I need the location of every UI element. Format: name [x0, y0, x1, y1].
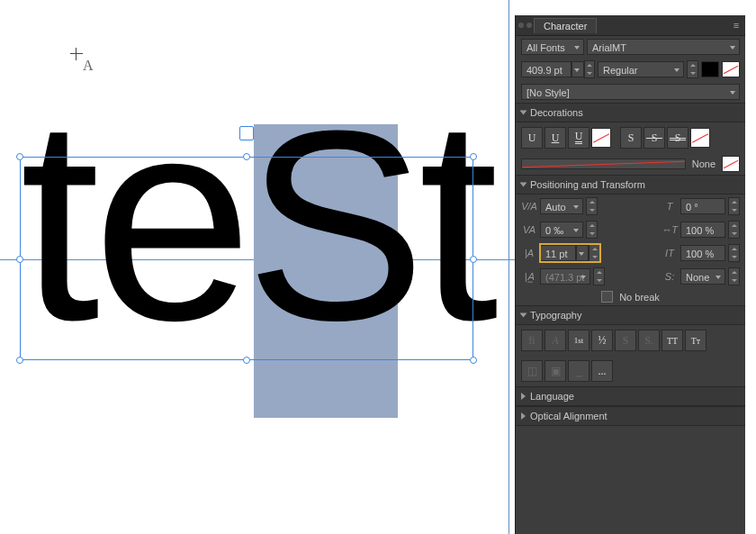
strike-color-swatch[interactable] — [690, 128, 710, 148]
optical-label: Optical Alignment — [530, 411, 608, 421]
baseline-dropdown[interactable]: None — [680, 268, 725, 285]
smallcaps-button[interactable]: Tт — [685, 330, 706, 351]
font-family-dropdown[interactable]: ArialMT — [587, 39, 740, 55]
subscript-button[interactable]: S. — [638, 330, 660, 351]
underline-color-swatch[interactable] — [591, 128, 611, 148]
character-panel: Character ≡ All Fonts ArialMT 409.9 pt R… — [515, 15, 745, 534]
font-filter-dropdown[interactable]: All Fonts — [521, 39, 584, 55]
typo-extra-2[interactable]: ▣ — [544, 360, 566, 382]
underline-single-button[interactable]: U — [544, 127, 566, 149]
handle-br[interactable] — [470, 357, 477, 364]
baseline-icon: S: — [662, 271, 678, 282]
ligatures-button[interactable]: fi — [521, 330, 543, 351]
superscript-button[interactable]: S — [615, 330, 636, 351]
character-tab[interactable]: Character — [534, 18, 597, 33]
paragraph-leading-icon: |A̲ — [521, 271, 537, 283]
strike-single-button[interactable]: S — [644, 127, 665, 149]
text-stroke-swatch[interactable] — [722, 61, 740, 77]
panel-tabbar: Character ≡ — [516, 15, 745, 36]
canvas-area[interactable]: A teSt — [0, 0, 515, 534]
tracking-input[interactable]: 0 ‰ — [540, 222, 583, 238]
alternates-button[interactable]: A — [544, 330, 566, 351]
leading-icon: |A — [521, 248, 537, 258]
ordinals-button[interactable]: 1st — [568, 330, 590, 351]
kerning-icon: V/A — [521, 201, 537, 212]
font-weight-dropdown[interactable]: Regular — [598, 61, 684, 77]
panel-menu-icon[interactable]: ≡ — [727, 20, 745, 31]
leading-input[interactable]: 11 pt — [540, 245, 576, 261]
typography-header[interactable]: Typography — [516, 305, 745, 325]
handle-ml[interactable] — [16, 256, 23, 263]
hscale-icon: ↔T — [662, 224, 678, 235]
typography-label: Typography — [530, 310, 581, 321]
leading-dropdown[interactable] — [576, 245, 589, 261]
hscale-stepper[interactable] — [728, 221, 740, 239]
shear-input[interactable]: 0 ° — [680, 198, 725, 214]
decorations-label: Decorations — [530, 107, 583, 118]
handle-tr[interactable] — [470, 153, 477, 160]
allcaps-button[interactable]: TT — [662, 330, 683, 351]
typography-more-button[interactable]: ... — [591, 360, 613, 382]
guide-vertical[interactable] — [508, 0, 509, 534]
handle-bl[interactable] — [16, 357, 23, 364]
strike-none-button[interactable]: S — [620, 127, 642, 149]
font-size-stepper[interactable] — [584, 60, 595, 78]
leading-stepper[interactable] — [589, 244, 600, 262]
paragraph-leading-input[interactable]: (471.3 pt — [540, 268, 590, 285]
language-label: Language — [530, 391, 574, 402]
handle-bm[interactable] — [243, 357, 250, 364]
optical-header[interactable]: Optical Alignment — [516, 406, 745, 426]
handle-tm[interactable] — [243, 153, 250, 160]
nobreak-checkbox[interactable] — [601, 291, 613, 303]
kerning-stepper[interactable] — [586, 197, 598, 215]
decoration-gradient-bar[interactable] — [521, 158, 686, 169]
positioning-label: Positioning and Transform — [530, 179, 645, 190]
strike-double-button[interactable]: S — [667, 127, 688, 149]
language-header[interactable]: Language — [516, 386, 745, 406]
text-fill-swatch[interactable] — [701, 61, 719, 77]
typo-extra-3[interactable]: ⎯ — [568, 360, 590, 382]
paragraph-leading-stepper[interactable] — [593, 267, 605, 285]
fractions-button[interactable]: ½ — [591, 330, 613, 351]
nobreak-label: No break — [619, 292, 660, 303]
close-icon[interactable] — [516, 23, 534, 28]
font-size-dropdown[interactable] — [572, 61, 584, 77]
tracking-stepper[interactable] — [586, 221, 598, 239]
tracking-icon: VA — [521, 224, 537, 235]
handle-tl[interactable] — [16, 153, 23, 160]
font-weight-stepper[interactable] — [687, 60, 698, 78]
vscale-icon: IT — [662, 248, 678, 258]
decoration-stop-swatch[interactable] — [722, 156, 740, 172]
underline-double-button[interactable]: U — [568, 127, 590, 149]
decoration-none-label: None — [692, 158, 716, 169]
handle-mr[interactable] — [470, 256, 477, 263]
rotation-handle[interactable] — [239, 126, 254, 140]
vscale-input[interactable]: 100 % — [680, 245, 725, 261]
vscale-stepper[interactable] — [728, 244, 740, 262]
selection-bounding-box[interactable] — [20, 157, 473, 360]
font-size-input[interactable]: 409.9 pt — [521, 61, 572, 77]
shear-icon: T — [662, 201, 678, 212]
underline-none-button[interactable]: U — [521, 127, 543, 149]
positioning-header[interactable]: Positioning and Transform — [516, 175, 745, 195]
kerning-input[interactable]: Auto — [540, 198, 583, 214]
baseline-stepper[interactable] — [728, 267, 740, 285]
text-style-dropdown[interactable]: [No Style] — [521, 84, 740, 100]
decorations-header[interactable]: Decorations — [516, 103, 745, 122]
typo-extra-1[interactable]: ◫ — [521, 360, 543, 382]
shear-stepper[interactable] — [728, 197, 740, 215]
hscale-input[interactable]: 100 % — [680, 222, 725, 238]
